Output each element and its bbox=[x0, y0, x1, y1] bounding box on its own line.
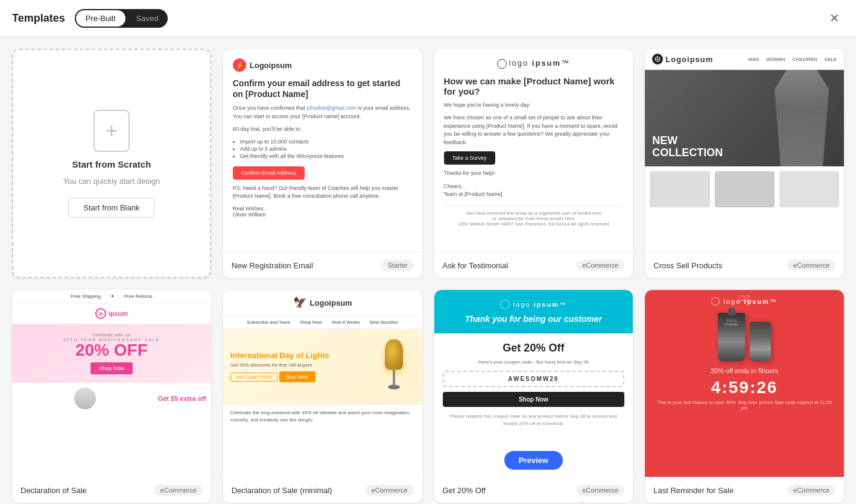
sale-extra-row: Get $5 extra off bbox=[17, 388, 206, 409]
perfume-products: COCOCHANEL COCOCHANEL bbox=[645, 313, 844, 361]
nav-shop: Shop Now bbox=[300, 320, 322, 325]
coupon-logo: logo ipsum™ bbox=[444, 300, 624, 309]
confirm-email-btn[interactable]: Confirm Email Address bbox=[233, 166, 305, 180]
sale-banner: Celebrate with us! 10TH YEAR ANNIVERSARY… bbox=[12, 324, 211, 383]
crosssell-logo: Logoipsum bbox=[652, 54, 713, 65]
take-survey-btn[interactable]: Take a Survey bbox=[444, 151, 495, 165]
get-20-off-preview: logo ipsum™ Thank you for being our cust… bbox=[434, 290, 633, 477]
badge-starter: Starter bbox=[381, 260, 413, 271]
reminder-timer: 4:59:26 bbox=[645, 378, 844, 397]
testimonial-content: logo ipsum™ How we can make [Product Nam… bbox=[434, 49, 633, 236]
reg-body2: 60-day trial, you'll be able to: bbox=[233, 125, 413, 134]
card-label: Last Reminder for Sale bbox=[653, 486, 734, 495]
preview-overlay: Preview bbox=[434, 444, 633, 477]
last-reminder-card: logo ipsum™ COCOCHANEL COCOCHANEL 30% of… bbox=[645, 290, 844, 503]
templates-grid: Start from Scratch You can quickly start… bbox=[0, 37, 856, 504]
sale-celebrate: Celebrate with us! bbox=[21, 332, 203, 338]
reg-logo-icon: ⚡ bbox=[233, 58, 246, 72]
tab-group: Pre-Built Saved bbox=[75, 9, 168, 28]
card-label: New Registration Email bbox=[232, 261, 313, 270]
declaration-sale-preview: Free Shipping ✦ Free Returns ipsum Celeb… bbox=[12, 290, 211, 477]
coupon-body: Get 20% Off Here's your coupon code - Bu… bbox=[434, 333, 633, 436]
badge-ecommerce: eCommerce bbox=[576, 260, 624, 271]
crosssell-content: Logoipsum MAN WOMAN CHILDREN SALE NEWCOL… bbox=[645, 49, 844, 212]
perfume-bottle-2: COCOCHANEL bbox=[750, 322, 771, 361]
model-avatar bbox=[74, 388, 96, 409]
last-reminder-preview: logo ipsum™ COCOCHANEL COCOCHANEL 30% of… bbox=[645, 290, 844, 477]
nav-sale: SALE bbox=[825, 57, 837, 62]
free-shipping: Free Shipping bbox=[71, 294, 101, 299]
sale-logo-text: ipsum bbox=[109, 310, 128, 317]
test-thanks: Thanks for your help! bbox=[444, 169, 624, 178]
minimal-foot: Celebrate the long weekend with 35% off … bbox=[223, 404, 422, 429]
nav-bundles: New Bundles bbox=[370, 320, 398, 325]
test-body1: We hope you're having a lovely day. bbox=[444, 101, 624, 110]
lamp-pole bbox=[393, 370, 395, 385]
coupon-here: Here's your coupon code - But hurry end … bbox=[443, 359, 625, 365]
arrow-indicator bbox=[579, 499, 615, 503]
coupon-header: logo ipsum™ Thank you for being our cust… bbox=[434, 290, 633, 333]
nav-children: CHILDREN bbox=[793, 57, 817, 62]
globe-icon bbox=[711, 297, 720, 306]
tab-prebuilt[interactable]: Pre-Built bbox=[76, 10, 125, 27]
close-button[interactable]: ✕ bbox=[825, 8, 844, 28]
coupon-thank: Thank you for being our customer bbox=[444, 314, 624, 324]
tab-saved[interactable]: Saved bbox=[127, 9, 168, 28]
card-label: Cross Sell Products bbox=[653, 261, 722, 270]
reg-email-content: ⚡ Logoipsum Confirm your email address t… bbox=[223, 49, 422, 227]
logo-bird-icon: 🦅 bbox=[293, 296, 306, 309]
minimal-sub: Get 35% discounts for first 100 buyers bbox=[230, 362, 367, 368]
minimal-logo-area: 🦅 Logoipsum bbox=[223, 290, 422, 316]
bottle-label-2: COCOCHANEL bbox=[737, 295, 752, 302]
card-label: Get 20% Off bbox=[443, 486, 486, 495]
sale-extra-text: Get $5 extra off bbox=[158, 395, 206, 402]
cross-sell-card: Logoipsum MAN WOMAN CHILDREN SALE NEWCOL… bbox=[645, 49, 844, 278]
card-label: Ask for Testimonial bbox=[443, 261, 509, 270]
test-title: How we can make [Product Name] work for … bbox=[444, 76, 624, 96]
reminder-text: 30% off ends in 5hours bbox=[645, 361, 844, 378]
sale-logo: ipsum bbox=[95, 308, 128, 319]
declaration-sale-minimal-card: 🦅 Logoipsum Subscribe and Save Shop Now … bbox=[223, 290, 422, 503]
bottle-label: COCOCHANEL bbox=[724, 319, 738, 326]
coupon-logo-text: logo ipsum™ bbox=[513, 301, 567, 308]
minimal-email-content: 🦅 Logoipsum Subscribe and Save Shop Now … bbox=[223, 290, 422, 429]
minimal-buy-btn[interactable]: Buy Now bbox=[279, 371, 315, 382]
reg-logo: ⚡ Logoipsum bbox=[233, 58, 413, 72]
reg-logo-text: Logoipsum bbox=[250, 61, 292, 70]
new-registration-card: ⚡ Logoipsum Confirm your email address t… bbox=[223, 49, 422, 278]
product-thumbnails bbox=[645, 166, 844, 212]
minimal-title: International Day of Lights bbox=[230, 351, 367, 361]
get-20-off-card: logo ipsum™ Thank you for being our cust… bbox=[434, 290, 633, 503]
reg-list: Import up to 15,000 contacts Add up to 5… bbox=[233, 139, 413, 159]
preview-button[interactable]: Preview bbox=[504, 451, 563, 470]
badge-ecommerce: eCommerce bbox=[366, 485, 414, 496]
coupon-email-content: logo ipsum™ Thank you for being our cust… bbox=[434, 290, 633, 436]
nav-woman: WOMAN bbox=[766, 57, 785, 62]
card-footer: Declaration of Sale (minimal) eCommerce bbox=[223, 477, 422, 503]
reminder-email-content: logo ipsum™ COCOCHANEL COCOCHANEL 30% of… bbox=[645, 290, 844, 477]
lamp-container bbox=[373, 336, 415, 397]
nav-man: MAN bbox=[748, 57, 759, 62]
page-title: Templates bbox=[12, 12, 65, 25]
badge-ecommerce: eCommerce bbox=[576, 485, 624, 496]
coupon-shopnow-btn[interactable]: Shop Now bbox=[443, 392, 625, 407]
start-blank-button[interactable]: Start from Blank bbox=[68, 198, 154, 218]
card-label: Declaration of Sale (minimal) bbox=[232, 486, 332, 495]
reg-body1: Once you have confirmed that johndoe@gma… bbox=[233, 104, 413, 121]
product-thumb bbox=[650, 171, 709, 207]
sale-logo-circle bbox=[95, 308, 106, 319]
lamp-base bbox=[388, 385, 400, 389]
top-bar-left: Templates Pre-Built Saved bbox=[12, 9, 168, 28]
list-item: Get friendly with all the WinApricot fea… bbox=[240, 153, 413, 159]
list-item: Import up to 15,000 contacts bbox=[240, 139, 413, 145]
card-footer: Last Reminder for Sale eCommerce bbox=[645, 477, 844, 503]
list-item: Add up to 5 admins bbox=[240, 146, 413, 152]
test-footer: You have received this email as a regist… bbox=[444, 205, 624, 227]
sale-bottom: Get $5 extra off bbox=[12, 383, 211, 414]
coupon-code-box: AWESOMW20 bbox=[443, 371, 625, 387]
sale-shopnow-btn[interactable]: Shop Now bbox=[90, 362, 133, 374]
sale-logo-area: ipsum bbox=[12, 303, 211, 324]
scratch-card: Start from Scratch You can quickly start… bbox=[12, 49, 211, 278]
crosssell-nav: MAN WOMAN CHILDREN SALE bbox=[748, 57, 837, 62]
test-body2: We have chosen as one of a small set of … bbox=[444, 114, 624, 146]
